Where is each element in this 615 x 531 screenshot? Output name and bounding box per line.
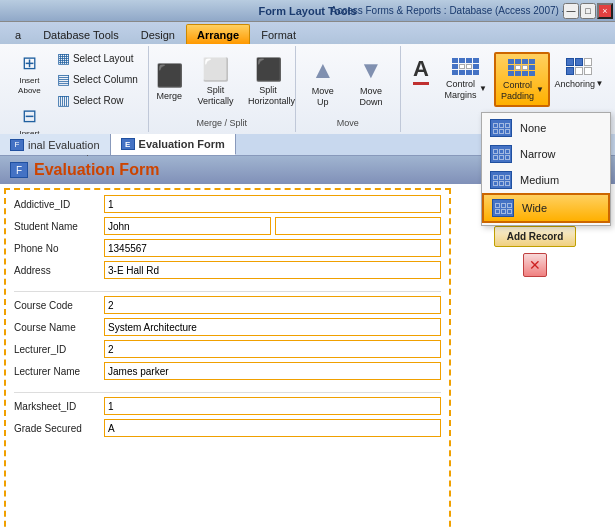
phone-field[interactable] (104, 239, 441, 257)
form-title: Evaluation Form (34, 161, 159, 179)
select-layout-button[interactable]: ▦ Select Layout (53, 48, 142, 68)
tab-database-tools[interactable]: Database Tools (32, 24, 130, 44)
form-left-panel: Addictive_ID Student Name Phone No Addre… (4, 188, 451, 531)
evaluation-form-tab[interactable]: E Evaluation Form (111, 134, 236, 155)
tab-arrange[interactable]: Arrange (186, 24, 250, 44)
restore-button[interactable]: □ (580, 3, 596, 19)
addictive-id-field[interactable] (104, 195, 441, 213)
move-up-button[interactable]: ▲ Move Up (302, 52, 344, 112)
form-row-student-name: Student Name (14, 216, 441, 236)
addictive-id-label: Addictive_ID (14, 199, 104, 210)
move-label: Move (337, 116, 359, 130)
select-column-button[interactable]: ▤ Select Column (53, 69, 142, 89)
insert-above-button[interactable]: ⊞ Insert Above (10, 48, 49, 99)
form-row-addictive-id: Addictive_ID (14, 194, 441, 214)
form-row-course-code: Course Code (14, 295, 441, 315)
padding-medium-icon (490, 171, 512, 189)
form-row-marksheet-id: Marksheet_ID (14, 396, 441, 416)
phone-label: Phone No (14, 243, 104, 254)
form-row-lecturer-id: Lecturer_ID (14, 339, 441, 359)
insert-right-icon: ⊟ (22, 105, 37, 127)
split-horizontally-button[interactable]: ⬛ Split Horizontally (244, 53, 293, 111)
letter-a-icon: A (413, 56, 429, 85)
control-margins-button[interactable]: Control Margins ▼ (438, 52, 492, 105)
control-padding-dropdown: None Narrow Medium Wide (481, 112, 611, 226)
split-vertically-button[interactable]: ⬜ Split Vertically (191, 53, 240, 111)
form-row-grade: Grade Secured (14, 418, 441, 438)
section-divider-1 (14, 291, 441, 292)
anchoring-button[interactable]: Anchoring ▼ (552, 52, 606, 94)
course-name-field[interactable] (104, 318, 441, 336)
insert-group: ⊞ Insert Above ⊟ Insert Right ▦ Select L… (4, 46, 149, 132)
marksheet-id-label: Marksheet_ID (14, 401, 104, 412)
tab-design[interactable]: Design (130, 24, 186, 44)
split-horizontally-icon: ⬛ (255, 57, 282, 83)
merge-button[interactable]: ⬛ Merge (151, 59, 187, 106)
control-margins-icon (452, 58, 479, 75)
course-code-field[interactable] (104, 296, 441, 314)
anchoring-dropdown-icon: ▼ (595, 79, 603, 88)
address-field[interactable] (104, 261, 441, 279)
section-divider-2 (14, 392, 441, 393)
anchoring-icon (566, 58, 592, 75)
select-layout-icon: ▦ (57, 50, 70, 66)
course-name-label: Course Name (14, 322, 104, 333)
address-label: Address (14, 265, 104, 276)
form-row-address: Address (14, 260, 441, 280)
student-name-label: Student Name (14, 221, 104, 232)
form-row-lecturer-name: Lecturer Name (14, 361, 441, 381)
title-bar: Form Layout Tools Access Forms & Reports… (0, 0, 615, 22)
form-right-panel: ◀ ▶ Add Record ✕ (455, 184, 615, 531)
grade-label: Grade Secured (14, 423, 104, 434)
form-row-phone: Phone No (14, 238, 441, 258)
insert-above-icon: ⊞ (22, 52, 37, 74)
tab-format[interactable]: Format (250, 24, 307, 44)
select-row-icon: ▥ (57, 92, 70, 108)
control-padding-dropdown-icon: ▼ (536, 85, 544, 94)
final-evaluation-tab[interactable]: F inal Evaluation (0, 134, 111, 155)
move-group: ▲ Move Up ▼ Move Down Move (296, 46, 401, 132)
lecturer-name-field[interactable] (104, 362, 441, 380)
ribbon-tab-bar: a Database Tools Design Arrange Format (0, 22, 615, 44)
control-padding-icon (508, 59, 535, 76)
select-column-icon: ▤ (57, 71, 70, 87)
padding-narrow-icon (490, 145, 512, 163)
padding-none-icon (490, 119, 512, 137)
minimize-button[interactable]: — (563, 3, 579, 19)
student-name-field[interactable] (104, 217, 271, 235)
split-vertically-icon: ⬜ (202, 57, 229, 83)
form-body: Addictive_ID Student Name Phone No Addre… (0, 184, 615, 531)
move-down-button[interactable]: ▼ Move Down (348, 52, 394, 112)
course-code-label: Course Code (14, 300, 104, 311)
control-margins-dropdown-icon: ▼ (479, 84, 487, 93)
merge-split-group: ⬛ Merge ⬜ Split Vertically ⬛ Split Horiz… (149, 46, 296, 132)
add-record-button[interactable]: Add Record (494, 226, 577, 247)
control-padding-button[interactable]: Control Padding ▼ (494, 52, 550, 107)
delete-record-button[interactable]: ✕ (523, 253, 547, 277)
final-evaluation-tab-icon: F (10, 139, 24, 151)
student-name-extra-field[interactable] (275, 217, 442, 235)
padding-medium-option[interactable]: Medium (482, 167, 610, 193)
lecturer-id-field[interactable] (104, 340, 441, 358)
padding-wide-option[interactable]: Wide (482, 193, 610, 223)
merge-split-label: Merge / Split (197, 116, 248, 130)
lecturer-id-label: Lecturer_ID (14, 344, 104, 355)
form-header-icon: F (10, 162, 28, 178)
lecturer-name-label: Lecturer Name (14, 366, 104, 377)
close-window-button[interactable]: × (597, 3, 613, 19)
font-underline-button[interactable]: A (406, 52, 436, 89)
move-up-icon: ▲ (311, 56, 335, 84)
evaluation-form-tab-icon: E (121, 138, 135, 150)
grade-field[interactable] (104, 419, 441, 437)
move-down-icon: ▼ (359, 56, 383, 84)
form-row-course-name: Course Name (14, 317, 441, 337)
merge-icon: ⬛ (156, 63, 183, 89)
padding-wide-icon (492, 199, 514, 217)
select-row-button[interactable]: ▥ Select Row (53, 90, 142, 110)
padding-none-option[interactable]: None (482, 115, 610, 141)
tab-a[interactable]: a (4, 24, 32, 44)
marksheet-id-field[interactable] (104, 397, 441, 415)
padding-narrow-option[interactable]: Narrow (482, 141, 610, 167)
window-title: Access Forms & Reports : Database (Acces… (330, 5, 565, 16)
